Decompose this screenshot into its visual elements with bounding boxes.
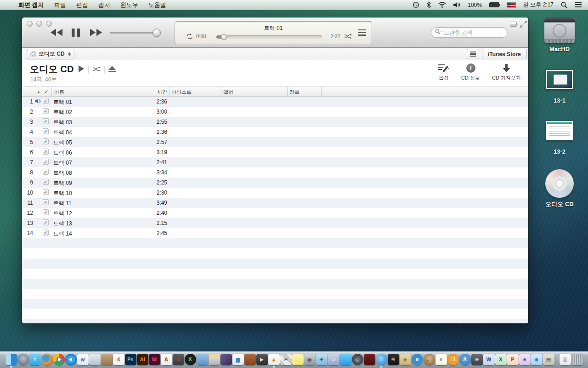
dock-launchpad-icon[interactable] (17, 354, 29, 365)
dock-vlc-icon[interactable]: ▲ (268, 354, 280, 365)
dock-dvd-player-icon[interactable] (412, 354, 423, 365)
menu-app-name[interactable]: 화면 캡처 (18, 1, 44, 9)
desktop-icon-13-1[interactable]: 13-1 (537, 70, 582, 104)
dock-podium-icon[interactable] (244, 354, 256, 365)
dock-media-player-icon[interactable]: ▶ (256, 354, 268, 365)
dock-app-store-icon[interactable]: A (459, 354, 471, 365)
dock-messenger-icon[interactable]: ☻ (531, 354, 543, 365)
bluetooth-icon[interactable] (427, 1, 431, 8)
progress-knob[interactable] (221, 34, 227, 40)
volume-menu-icon[interactable] (453, 2, 460, 8)
itunes-store-button[interactable]: iTunes Store (482, 49, 527, 59)
track-checkbox[interactable]: ✓ (43, 199, 49, 205)
track-row[interactable]: 14✓트랙 142:45 (22, 228, 528, 238)
dock-charts-icon[interactable]: ▆ (232, 354, 244, 365)
track-checkbox[interactable]: ✓ (43, 230, 49, 236)
options-button[interactable]: 옵션 (438, 63, 449, 81)
dock-indesign-icon[interactable]: Id (149, 354, 160, 365)
dock-toast-blue-icon[interactable] (197, 354, 208, 365)
dock-iphoto-icon[interactable]: ❀ (388, 354, 399, 365)
track-checkbox[interactable]: ✓ (43, 118, 49, 124)
track-checkbox[interactable]: ✓ (43, 209, 49, 215)
shuffle-album-button[interactable] (92, 66, 101, 74)
dock-calendar-icon[interactable]: 4 (113, 354, 124, 365)
menubar-clock[interactable]: 일 오후 2:17 (523, 1, 554, 9)
track-row[interactable]: 7✓트랙 072:41 (22, 157, 528, 167)
dock-ms-powerpoint-icon[interactable]: P (507, 354, 519, 365)
dock-finder-icon[interactable] (6, 354, 17, 365)
dock-chrome-icon[interactable] (53, 354, 65, 365)
dock-game-x-icon[interactable]: X (185, 354, 196, 365)
column-checkbox[interactable]: ✓ (44, 89, 48, 95)
track-checkbox[interactable]: ✓ (43, 128, 49, 134)
track-row[interactable]: 2✓트랙 023:00 (22, 107, 528, 117)
cd-import-button[interactable]: CD 가져오기 (492, 63, 521, 81)
dock-camera-utility-icon[interactable]: ◎ (352, 354, 363, 365)
desktop-icon-machd[interactable]: MacHD (537, 17, 582, 52)
track-row[interactable]: 13✓트랙 132:15 (22, 218, 528, 228)
dock-entourage-icon[interactable]: e (519, 354, 531, 365)
dock-garageband-icon[interactable]: ♩ (424, 354, 435, 365)
dock-itunes-icon[interactable]: ♪ (376, 354, 387, 365)
dock-notes-icon[interactable]: ≡ (435, 354, 447, 365)
dock-grab-icon[interactable]: ✂ (280, 354, 292, 365)
cd-info-button[interactable]: i CD 정보 (461, 63, 480, 81)
dock-preview-icon[interactable] (89, 354, 101, 365)
track-row[interactable]: 12✓트랙 122:40 (22, 208, 528, 218)
track-row[interactable]: 6✓트랙 063:19 (22, 147, 528, 157)
sort-ascending-icon[interactable]: ▲ (37, 90, 40, 94)
repeat-icon[interactable] (186, 34, 193, 40)
track-row[interactable]: 3✓트랙 032:55 (22, 117, 528, 127)
wifi-icon[interactable] (438, 2, 446, 8)
track-checkbox[interactable]: ✓ (43, 219, 49, 225)
shuffle-icon[interactable] (344, 34, 352, 40)
dock-news-app-icon[interactable]: ▤ (543, 354, 554, 365)
dock-star-app-icon[interactable]: ★ (400, 354, 411, 365)
notification-center-icon[interactable] (575, 2, 582, 7)
dock-travel-map-icon[interactable]: ✈ (316, 354, 328, 365)
search-icon[interactable] (435, 29, 442, 37)
search-input[interactable] (444, 29, 494, 36)
fullscreen-button[interactable] (520, 21, 527, 29)
pause-button[interactable] (71, 29, 80, 37)
track-row[interactable]: 1✓트랙 012:36 (22, 97, 528, 107)
track-checkbox[interactable]: ✓ (43, 189, 49, 195)
dock-web-globe-icon[interactable]: ⊕ (471, 354, 483, 365)
desktop-icon-13-2[interactable]: 13-2 (537, 121, 582, 155)
search-field[interactable] (431, 27, 508, 38)
view-menu-button[interactable] (467, 49, 479, 59)
dock-toaster-icon[interactable] (209, 354, 220, 365)
window-close-button[interactable] (27, 21, 33, 27)
dock-writer-w-icon[interactable]: w (77, 354, 89, 365)
volume-slider-knob[interactable] (153, 29, 161, 37)
spotlight-icon[interactable] (561, 2, 567, 8)
track-row[interactable]: 9✓트랙 092:25 (22, 178, 528, 188)
track-row[interactable]: 10✓트랙 102:30 (22, 188, 528, 198)
dock-document-icon[interactable]: ≣ (560, 354, 571, 365)
media-kind-picker[interactable]: 오디오 CD (27, 49, 74, 59)
track-row[interactable]: 11✓트랙 113:49 (22, 198, 528, 208)
column-genre[interactable]: 장르 (289, 89, 300, 96)
input-language-flag-icon[interactable] (507, 2, 516, 8)
volume-slider[interactable] (110, 32, 156, 34)
track-row[interactable]: 4✓트랙 042:36 (22, 127, 528, 137)
menu-window[interactable]: 윈도우 (120, 1, 138, 9)
dock-ms-excel-icon[interactable]: X (495, 354, 507, 365)
dock-stickies-icon[interactable] (292, 354, 304, 365)
dock-safari-icon[interactable] (65, 354, 77, 365)
miniplayer-button[interactable] (510, 22, 517, 27)
play-album-button[interactable] (78, 65, 85, 74)
menu-file[interactable]: 파일 (54, 1, 66, 9)
dock-trash-icon[interactable] (571, 354, 583, 365)
progress-bar[interactable] (216, 35, 322, 39)
dock-ms-word-icon[interactable]: W (483, 354, 495, 365)
track-row[interactable]: 8✓트랙 083:34 (22, 167, 528, 178)
menu-edit[interactable]: 편집 (76, 1, 88, 9)
track-checkbox[interactable]: ✓ (43, 169, 49, 175)
dock-ibooks-icon[interactable]: ❐ (447, 354, 459, 365)
column-time[interactable]: 시간 (128, 89, 167, 96)
menu-capture[interactable]: 캡처 (98, 1, 110, 9)
dock-contacts-icon[interactable] (101, 354, 113, 365)
track-checkbox[interactable]: ✓ (43, 179, 49, 185)
eject-button[interactable] (108, 66, 116, 74)
